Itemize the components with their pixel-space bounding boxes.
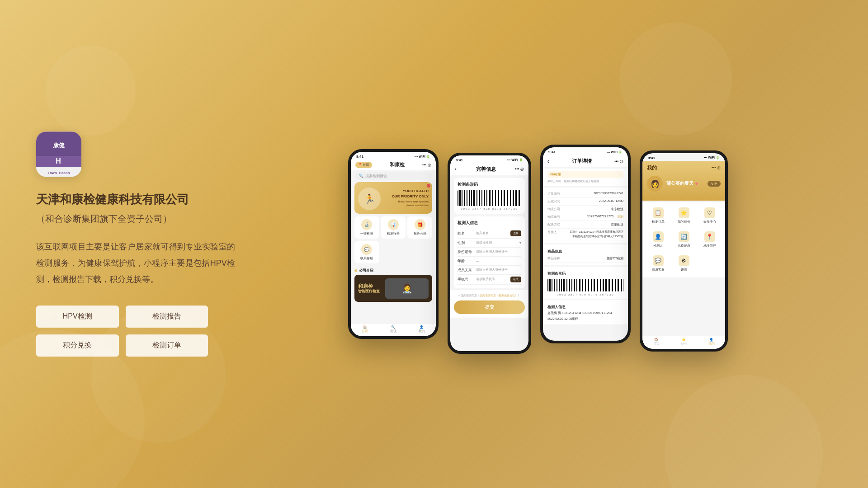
logo-container: 康健 H Town Health bbox=[36, 131, 235, 177]
menu-test-orders[interactable]: 📋 检测订单 bbox=[646, 205, 670, 227]
order-header-icons: ••• ◎ bbox=[614, 159, 623, 164]
logistics-company-label: 物流公司 bbox=[547, 207, 568, 211]
get-phone-button[interactable]: 获取 bbox=[510, 277, 521, 282]
header-icons-2: ••• ◎ bbox=[515, 167, 524, 171]
user-avatar: 👩 bbox=[647, 176, 663, 192]
agreement-link[interactable]: 已阅读并同意《检测免责协议》 bbox=[480, 294, 518, 297]
submit-area: ○ 已阅读并同意《已阅读并同意《检测免责协议》》 提交 bbox=[450, 290, 528, 318]
order-status-tag: 待检测 bbox=[547, 171, 623, 178]
status-bar-1: 9:41 ▪▪▪ WiFi 🔋 bbox=[351, 152, 436, 160]
goods-name-value: 髓部CT检测 bbox=[568, 256, 623, 261]
menu-label-2: 检测报告 bbox=[387, 232, 400, 235]
back-button[interactable]: ‹ bbox=[455, 166, 457, 172]
barcode-section-2: 检测条形码 0093 3877 828 8373 267239 bbox=[454, 178, 525, 214]
profile-nav-my[interactable]: 👤 我的 bbox=[708, 338, 715, 346]
form-label-id: 身份证号 bbox=[458, 249, 473, 254]
user-info: 蒲公英的夏天 ♥ bbox=[666, 180, 698, 187]
time-1: 9:41 bbox=[356, 155, 363, 159]
order-number-row: 订单编号 20230908123023741 bbox=[547, 190, 623, 198]
company-description: 该互联网项目主要是让客户居家就可得到专业实验室的检测服务，为健康保驾护航，小程序… bbox=[36, 239, 235, 287]
order-time-row: 生成时间 2022.09.07 12:00 bbox=[547, 198, 623, 206]
submit-button[interactable]: 提交 bbox=[454, 300, 525, 314]
discover-icon: 🔍 bbox=[390, 325, 396, 329]
form-input-name[interactable]: 输入名名 bbox=[476, 231, 510, 235]
order-back-button[interactable]: ‹ bbox=[547, 158, 549, 164]
order-fields-section: 订单编号 20230908123023741 生成时间 2022.09.07 1… bbox=[543, 188, 628, 243]
tracking-label: 物流单号 bbox=[547, 215, 568, 219]
phone-main-screen: 9:41 ▪▪▪ WiFi 🔋 📍 朝阳 和康检 ••• ◎ 🔍 搜索检测报告 bbox=[351, 152, 436, 336]
menu-icon-2: 📊 bbox=[388, 219, 399, 230]
form-input-phone[interactable]: 请获取手机号 bbox=[476, 277, 510, 282]
profile-nav-points[interactable]: ⭐ 积分 bbox=[681, 338, 687, 346]
tracking-value: JD7376267273773 bbox=[568, 215, 613, 218]
profile-user: 👩 蒲公英的夏天 ♥ VIP bbox=[647, 176, 721, 192]
barcode-title-2: 检测条形码 bbox=[458, 182, 521, 188]
form-label-phone: 手机号 bbox=[458, 277, 473, 282]
form-input-id[interactable]: 请输入检测人身份证号 bbox=[476, 249, 521, 254]
phone-main: 9:41 ▪▪▪ WiFi 🔋 📍 朝阳 和康检 ••• ◎ 🔍 搜索检测报告 bbox=[348, 149, 439, 339]
order-time-value: 2022.09.07 12:00 bbox=[568, 199, 623, 202]
profile-nav-home[interactable]: 🏠 首页 bbox=[653, 338, 660, 346]
section-label: 公司介绍 bbox=[359, 268, 373, 273]
menu-item-2[interactable]: 📊 检测报告 bbox=[381, 216, 406, 239]
report-button[interactable]: 检测报告 bbox=[126, 305, 208, 328]
barcode-numbers-2: 0093 3877 828 8373 267239 bbox=[458, 207, 521, 210]
sender-label: 寄件人 bbox=[547, 230, 568, 235]
menu-customer-service[interactable]: 💬 联系客服 bbox=[646, 253, 670, 275]
phone-complete-info-screen: 9:41 ▪▪▪ WiFi 🔋 ‹ 完善信息 ••• ◎ 检测条形码 0093 … bbox=[450, 155, 528, 351]
menu-exchange-history[interactable]: 🔄 兑换记录 bbox=[672, 229, 696, 251]
app-title-1: 和康检 bbox=[390, 161, 405, 168]
form-label-gender: 性别 bbox=[458, 240, 473, 245]
signals-1: ▪▪▪ WiFi 🔋 bbox=[415, 155, 430, 159]
menu-my-points[interactable]: ⭐ 我的积分 bbox=[672, 205, 696, 227]
barcode-image-3 bbox=[547, 279, 623, 291]
order-time-label: 生成时间 bbox=[547, 199, 568, 204]
time-4: 9:41 bbox=[648, 156, 655, 160]
menu-item-1[interactable]: 🔬 一键检测 bbox=[354, 216, 379, 239]
nav-discover[interactable]: 🔍 发现 bbox=[390, 325, 396, 333]
menu-label-4: 联系客服 bbox=[360, 257, 373, 260]
form-input-relation[interactable]: 请输入检测人身份证号 bbox=[476, 267, 521, 272]
menu-tester[interactable]: 👤 检测人 bbox=[646, 229, 670, 251]
address-label: 地址管理 bbox=[698, 244, 721, 248]
menu-item-4[interactable]: 💬 联系客服 bbox=[354, 241, 379, 263]
sender-value: 赵先生 13312341234 河北省石家庄市桥西区幸福里街道阳光城小区2号楼3… bbox=[568, 230, 623, 239]
form-input-age[interactable]: — bbox=[476, 259, 521, 263]
form-row-name: 姓名 输入名名 选择 bbox=[458, 229, 521, 239]
form-input-gender[interactable]: 请选择性别 bbox=[476, 240, 519, 245]
location-badge: 📍 朝阳 bbox=[355, 162, 372, 168]
logistics-company-value: 京东物流 bbox=[568, 207, 623, 211]
logo-town-text: Town bbox=[47, 171, 57, 175]
complete-info-title: 完善信息 bbox=[476, 166, 496, 173]
app-logo: 康健 H Town Health bbox=[36, 131, 81, 177]
tester-label: 检测人 bbox=[647, 244, 669, 248]
phone-order-detail: 9:41 ▪▪▪ WiFi 🔋 ‹ 订单详情 ••• ◎ 待检测 采样已寄出，检… bbox=[540, 145, 631, 343]
orders-button[interactable]: 检测订单 bbox=[126, 334, 208, 357]
form-label-age: 年龄 bbox=[458, 258, 473, 263]
menu-settings[interactable]: ⚙ 设置 bbox=[672, 253, 696, 275]
banner-text-1: YOUR HEALTH bbox=[392, 188, 429, 193]
menu-address[interactable]: 📍 地址管理 bbox=[698, 229, 722, 251]
search-bar-1[interactable]: 🔍 搜索检测报告 bbox=[354, 172, 432, 180]
signals-4: ▪▪▪ WiFi 🔋 bbox=[704, 156, 720, 160]
logo-h-char: H bbox=[56, 157, 62, 165]
exchange-history-label: 兑换记录 bbox=[673, 244, 695, 248]
app-header-1: 📍 朝阳 和康检 ••• ◎ bbox=[351, 160, 436, 170]
hero-banner: 🏃 YOUR HEALTH OUR PRIORITY ONLY If you h… bbox=[354, 182, 432, 214]
profile-home-icon: 🏠 bbox=[653, 338, 660, 342]
profile-menu: 📋 检测订单 ⭐ 我的积分 ♡ 会员中心 👤 检测人 🔄 兑换记录 bbox=[642, 202, 725, 277]
hpv-button[interactable]: HPV检测 bbox=[36, 305, 119, 328]
nav-my[interactable]: 👤 我的 bbox=[419, 325, 425, 333]
form-row-id: 身份证号 请输入检测人身份证号 bbox=[458, 248, 521, 257]
nav-home[interactable]: 🏠 首页 bbox=[362, 325, 368, 333]
copy-link[interactable]: 复制 bbox=[614, 215, 623, 219]
menu-item-3[interactable]: 🎁 服务兑换 bbox=[407, 216, 432, 239]
settings-label: 设置 bbox=[673, 267, 695, 272]
menu-vip-center[interactable]: ♡ 会员中心 bbox=[698, 205, 722, 227]
feature-buttons: HPV检测 检测报告 积分兑换 检测订单 bbox=[36, 305, 208, 357]
points-button[interactable]: 积分兑换 bbox=[36, 334, 119, 357]
vip-badge: VIP bbox=[708, 181, 721, 187]
select-button[interactable]: 选择 bbox=[510, 230, 521, 236]
menu-icon-3: 🎁 bbox=[415, 219, 425, 230]
my-points-icon: ⭐ bbox=[679, 207, 689, 218]
